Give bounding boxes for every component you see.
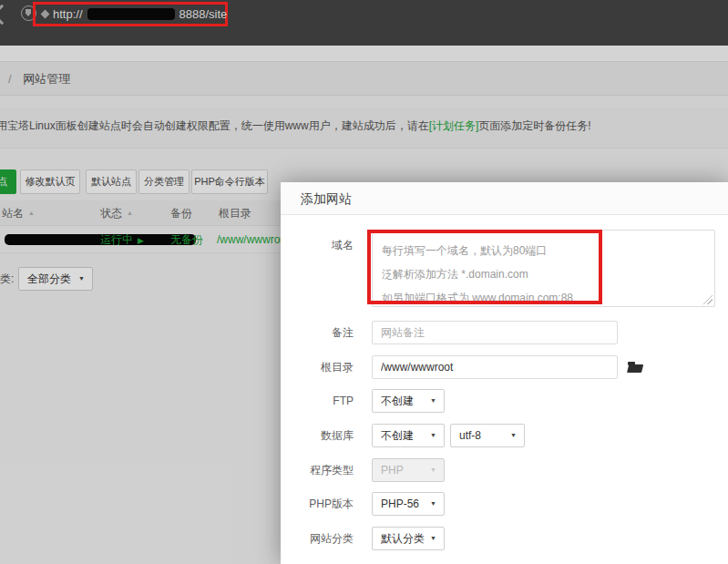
apptype-label: 程序类型 [281,458,354,482]
charset-select[interactable]: utf-8 ▼ [450,424,525,447]
chevron-down-icon: ▼ [430,493,436,515]
url-suffix[interactable]: 8888/site [179,7,228,21]
ftp-select[interactable]: 不创建 ▼ [372,389,445,413]
add-site-modal: 添加网站 域名 每行填写一个域名，默认为80端口 泛解析添加方法 *.domai… [281,182,728,564]
chevron-down-icon: ▼ [430,390,436,412]
ftp-label: FTP [281,389,354,413]
chevron-down-icon: ▼ [430,459,436,481]
chevron-down-icon: ▼ [430,528,436,549]
domain-textarea[interactable]: 每行填写一个域名，默认为80端口 泛解析添加方法 *.domain.com 如另… [372,230,715,307]
phpversion-label: PHP版本 [281,492,354,516]
database-select[interactable]: 不创建 ▼ [372,424,445,447]
browser-partial-arrow-icon[interactable] [0,5,12,26]
database-label: 数据库 [281,424,354,447]
screenshot-root: http:// 8888/site / 网站管理 用宝塔Linux面板创建站点时… [0,0,728,564]
modal-title: 添加网站 [281,182,728,215]
folder-icon[interactable] [627,362,643,374]
sitecategory-select[interactable]: 默认分类 ▼ [372,527,445,550]
rootdir-input[interactable] [372,355,618,379]
rootdir-label: 根目录 [281,355,354,379]
url-site-info-icon[interactable] [41,10,50,19]
chevron-down-icon: ▼ [430,425,436,446]
browser-topbar: http:// 8888/site [0,0,728,46]
resize-handle-icon[interactable] [703,295,713,304]
domain-label: 域名 [281,233,354,257]
chevron-down-icon: ▼ [510,425,517,446]
remark-label: 备注 [281,321,354,344]
remark-input[interactable] [372,321,618,344]
url-annotation-box: http:// 8888/site [33,2,228,26]
sitecategory-label: 网站分类 [281,527,354,550]
apptype-select: PHP ▼ [372,458,445,482]
url-redaction-bar [87,8,175,20]
url-prefix[interactable]: http:// [53,7,83,21]
phpversion-select[interactable]: PHP-56 ▼ [372,492,445,516]
